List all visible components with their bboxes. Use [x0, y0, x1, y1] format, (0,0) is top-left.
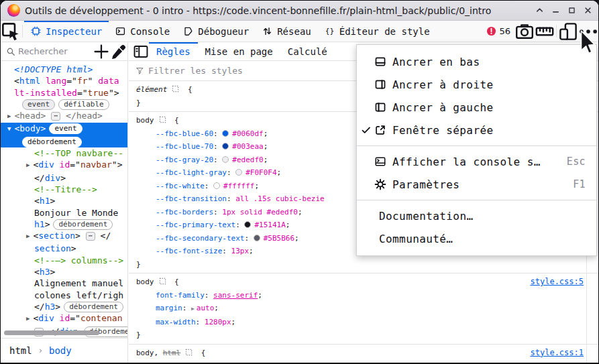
tab-console[interactable]: Console — [109, 21, 176, 42]
markup-node-row[interactable]: lt-installed="true"> — [1, 87, 127, 99]
markup-node-row[interactable]: ▼<body>event — [1, 123, 127, 135]
markup-node-row[interactable]: ▶<div id="contenan — [1, 312, 127, 325]
code-segment: { — [197, 349, 205, 357]
window-titlebar[interactable]: Outils de développement - 0 intro - http… — [1, 1, 598, 21]
menu-item[interactable]: Ancrer à droite — [357, 73, 596, 96]
markup-node-row[interactable]: Alignement manuel — [1, 278, 127, 289]
breadcrumb-item-html[interactable]: html — [9, 345, 32, 356]
markup-node-row[interactable]: <html lang="fr" data — [1, 75, 127, 86]
menu-item[interactable]: Afficher la console s…Esc — [357, 150, 596, 173]
tab-editeur-de-style[interactable]: {}Éditeur de style — [318, 21, 437, 42]
menu-item[interactable]: Ancrer en bas — [357, 50, 596, 73]
node-badge[interactable]: défilable — [58, 99, 109, 110]
css-declaration[interactable]: margin: ▶0; — [129, 359, 598, 363]
ellipsis-expander[interactable]: ⋯ — [51, 112, 60, 121]
minimize-window-button[interactable] — [551, 5, 561, 15]
breadcrumb-item-body[interactable]: body — [49, 345, 72, 356]
error-count-button[interactable]: 56 — [482, 21, 514, 42]
stylesheet-link[interactable]: style.css:5 — [531, 276, 584, 289]
node-badge[interactable]: débordement — [22, 137, 82, 147]
node-badge[interactable]: débordement — [64, 302, 123, 312]
tab-inspecteur[interactable]: Inspecteur — [24, 21, 109, 42]
menu-item[interactable]: Communauté… — [357, 227, 596, 250]
markup-node-row[interactable]: débordement — [1, 136, 127, 147]
sidebar-tab[interactable]: Règles — [149, 42, 198, 60]
code-segment: id — [60, 313, 70, 323]
code-segment: </ — [34, 302, 45, 312]
tab-reseau[interactable]: Réseau — [256, 21, 318, 42]
css-declaration[interactable]: font-family: sans-serif; — [129, 289, 598, 302]
responsive-mode-button[interactable] — [558, 21, 578, 42]
style-editor-icon: {} — [325, 26, 335, 36]
markup-node-row[interactable]: eventdéfilable — [1, 99, 127, 110]
css-declaration[interactable]: max-width: 1280px; — [129, 316, 598, 329]
markup-node-row[interactable]: colones left/righ — [1, 290, 127, 301]
maximize-window-button[interactable] — [567, 5, 577, 15]
markup-node-row[interactable]: <!--Titre--> — [1, 184, 127, 195]
rule-selector[interactable]: body {style.css:5 — [129, 276, 598, 289]
add-node-button[interactable] — [93, 43, 110, 60]
menu-shortcut: F1 — [573, 178, 586, 190]
markup-node-row[interactable]: </h3>débordement — [1, 301, 127, 312]
selector-highlighter-icon[interactable] — [172, 84, 179, 91]
markup-node-row[interactable]: <!--—> columns--> — [1, 255, 127, 266]
sidebar-tab[interactable]: Mise en page — [198, 42, 280, 60]
measuring-tool-button[interactable] — [535, 21, 555, 42]
markup-node-row[interactable]: ▶<section> ⋯ </ — [1, 230, 127, 243]
markup-node-row[interactable]: ▶<div id="navbar"> — [1, 159, 127, 172]
stylesheet-link[interactable]: style.css:1 — [531, 347, 584, 360]
menu-item-label: Ancrer en bas — [392, 56, 480, 68]
color-swatch[interactable] — [222, 130, 229, 137]
markup-node-row[interactable]: h1>débordement — [1, 219, 127, 230]
code-segment: html — [163, 349, 181, 357]
expand-value-icon[interactable]: ▶ — [191, 306, 195, 312]
horizontal-scrollbar-thumb[interactable] — [4, 330, 99, 335]
sidebar-tab[interactable]: Calculé — [280, 42, 335, 60]
markup-node-row[interactable]: </div> — [1, 172, 127, 184]
ellipsis-expander[interactable]: ⋯ — [86, 232, 95, 241]
markup-node-row[interactable]: ▶<head> ⋯ </head> — [1, 110, 127, 123]
sidebar-tab-label: Calculé — [288, 46, 327, 57]
color-swatch[interactable] — [222, 143, 229, 149]
selector-highlighter-icon[interactable] — [159, 276, 166, 284]
close-window-button[interactable] — [583, 5, 593, 15]
menu-item[interactable]: Fenêtre séparée — [357, 119, 596, 141]
color-swatch[interactable] — [254, 235, 260, 241]
node-badge[interactable]: débordement — [53, 219, 113, 230]
toggle-pane-button[interactable] — [133, 42, 149, 60]
node-badge[interactable]: event — [22, 99, 55, 110]
color-swatch[interactable] — [213, 182, 220, 189]
rule-selector[interactable]: body, html {style.css:1 — [129, 347, 598, 360]
color-swatch[interactable] — [235, 169, 242, 176]
meatball-menu-button[interactable] — [578, 21, 598, 42]
color-swatch[interactable] — [222, 156, 229, 163]
code-segment: 1280px — [205, 318, 231, 326]
markup-node-row[interactable]: section> — [1, 243, 127, 254]
selector-highlighter-icon[interactable] — [185, 347, 193, 355]
color-swatch[interactable] — [244, 221, 251, 228]
markup-node-row[interactable]: <!DOCTYPE html> — [1, 64, 127, 75]
pick-element-button[interactable] — [1, 21, 21, 42]
menu-item-label: Documentation… — [379, 210, 473, 223]
markup-node-row[interactable]: <h1> — [1, 195, 127, 206]
tab-debogueur[interactable]: Débogueur — [176, 21, 256, 42]
search-input[interactable] — [15, 46, 89, 56]
check-placeholder — [361, 102, 373, 113]
code-segment: > — [55, 302, 60, 312]
menu-item[interactable]: Documentation… — [357, 204, 596, 227]
markup-node-row[interactable]: <h3> — [1, 266, 127, 278]
css-declaration[interactable]: margin: ▶auto; — [129, 302, 598, 316]
markup-node-row[interactable]: <!--TOP navbare-- — [1, 147, 127, 159]
devtools-tab-bar: InspecteurConsoleDébogueurRéseau{}Éditeu… — [24, 21, 437, 42]
eyedropper-button[interactable] — [110, 43, 127, 60]
menu-item[interactable]: Ancrer à gauche — [357, 96, 596, 119]
node-badge[interactable]: event — [49, 123, 82, 134]
shade-window-button[interactable] — [535, 5, 545, 15]
check-placeholder — [361, 210, 373, 221]
code-segment: "> — [109, 88, 119, 98]
markup-node-row[interactable]: Bonjour le Monde — [1, 207, 127, 219]
breadcrumb-separator: › — [38, 346, 43, 355]
selector-highlighter-icon[interactable] — [159, 115, 166, 122]
menu-item[interactable]: ParamètresF1 — [357, 173, 596, 196]
screenshot-button[interactable] — [514, 21, 535, 42]
